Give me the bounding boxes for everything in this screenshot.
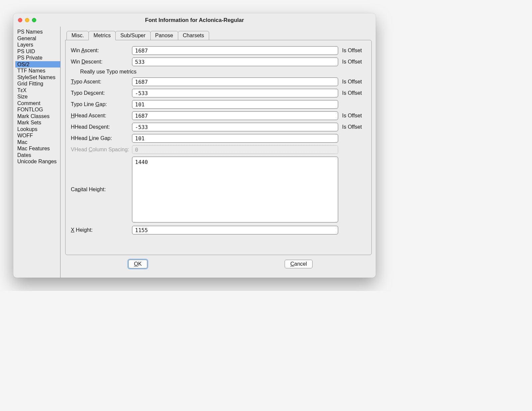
input-x-height[interactable] (132, 226, 338, 234)
sidebar-item-ttf-names[interactable]: TTF Names (15, 68, 60, 74)
minimize-icon[interactable] (25, 18, 29, 22)
window-title: Font Information for Aclonica-Regular (13, 17, 376, 23)
zoom-icon[interactable] (32, 18, 36, 22)
sidebar-item-ps-private[interactable]: PS Private (15, 55, 60, 61)
row-win-descent: Win Descent: Is Offset (71, 58, 366, 66)
sidebar-item-comment[interactable]: Comment (15, 100, 60, 107)
sidebar-item-general[interactable]: General (15, 35, 60, 42)
label-hhead-linegap: HHead Line Gap: (71, 135, 130, 141)
row-typo-descent: Typo Descent: Is Offset (71, 89, 366, 97)
sidebar-item-ps-uid[interactable]: PS UID (15, 48, 60, 55)
label-win-descent: Win Descent: (71, 59, 130, 65)
input-typo-descent[interactable] (132, 89, 338, 97)
sidebar-item-fontlog[interactable]: FONTLOG (15, 106, 60, 113)
tab-misc-[interactable]: Misc. (66, 31, 89, 40)
sidebar-item-lookups[interactable]: Lookups (15, 126, 60, 133)
input-cap-height[interactable] (132, 157, 338, 222)
row-x-height: X Height: . (71, 226, 366, 234)
content-area: Misc.MetricsSub/SuperPanoseCharsets Win … (61, 27, 376, 278)
sidebar-item-mac[interactable]: Mac (15, 139, 60, 146)
sidebar-item-layers[interactable]: Layers (15, 42, 60, 48)
row-hhead-ascent: HHead Ascent: Is Offset (71, 111, 366, 120)
suffix-hhead-ascent[interactable]: Is Offset (340, 113, 366, 119)
label-hhead-ascent: HHead Ascent: (71, 113, 130, 119)
font-info-window: Font Information for Aclonica-Regular PS… (13, 13, 376, 278)
sidebar-item-woff[interactable]: WOFF (15, 132, 60, 139)
sidebar-item-t-x[interactable]: TεX (15, 87, 60, 94)
sidebar-item-grid-fitting[interactable]: Grid Fitting (15, 80, 60, 87)
sidebar-item-ps-names[interactable]: PS Names (15, 29, 60, 35)
tab-sub-super[interactable]: Sub/Super (115, 31, 151, 40)
tab-charsets[interactable]: Charsets (178, 31, 209, 40)
label-typo-linegap: Typo Line Gap: (71, 101, 130, 107)
suffix-win-ascent[interactable]: Is Offset (340, 48, 366, 54)
row-cap-height: Capital Height: . (71, 157, 366, 222)
suffix-win-descent[interactable]: Is Offset (340, 59, 366, 65)
row-hhead-descent: HHead Descent: Is Offset (71, 123, 366, 131)
row-typo-linegap: Typo Line Gap: . (71, 100, 366, 109)
input-win-ascent[interactable] (132, 46, 338, 55)
label-cap-height: Capital Height: (71, 187, 130, 193)
label-vhead: VHead Column Spacing: (71, 147, 130, 153)
suffix-hhead-descent[interactable]: Is Offset (340, 124, 366, 130)
input-hhead-descent[interactable] (132, 123, 338, 131)
typo-note[interactable]: Really use Typo metrics (71, 69, 366, 75)
sidebar: PS NamesGeneralLayersPS UIDPS PrivateOS/… (13, 27, 61, 278)
tab-metrics[interactable]: Metrics (88, 31, 116, 40)
input-typo-linegap[interactable] (132, 100, 338, 109)
sidebar-item-mark-sets[interactable]: Mark Sets (15, 119, 60, 126)
label-win-ascent: Win Ascent: (71, 48, 130, 54)
label-typo-ascent: Typo Ascent: (71, 79, 130, 85)
sidebar-item-styleset-names[interactable]: StyleSet Names (15, 74, 60, 81)
ok-button[interactable]: OK (128, 260, 147, 268)
cancel-button[interactable]: Cancel (285, 260, 313, 268)
sidebar-item-size[interactable]: Size (15, 93, 60, 100)
traffic-lights (13, 18, 36, 22)
input-win-descent[interactable] (132, 58, 338, 66)
label-x-height: X Height: (71, 227, 130, 233)
sidebar-item-mac-features[interactable]: Mac Features (15, 145, 60, 152)
close-icon[interactable] (18, 18, 22, 22)
tabs: Misc.MetricsSub/SuperPanoseCharsets (66, 31, 209, 40)
footer: OK Cancel (65, 255, 372, 274)
row-win-ascent: Win Ascent: Is Offset (71, 46, 366, 55)
sidebar-item-mark-classes[interactable]: Mark Classes (15, 113, 60, 120)
metrics-panel: Win Ascent: Is Offset Win Descent: Is Of… (65, 40, 372, 255)
sidebar-item-os-2[interactable]: OS/2 (15, 61, 60, 68)
suffix-typo-descent[interactable]: Is Offset (340, 90, 366, 96)
suffix-typo-ascent[interactable]: Is Offset (340, 79, 366, 85)
tab-panose[interactable]: Panose (150, 31, 178, 40)
sidebar-item-unicode-ranges[interactable]: Unicode Ranges (15, 158, 60, 165)
label-hhead-descent: HHead Descent: (71, 124, 130, 130)
sidebar-item-dates[interactable]: Dates (15, 152, 60, 159)
input-vhead (132, 145, 338, 154)
label-typo-descent: Typo Descent: (71, 90, 130, 96)
input-hhead-ascent[interactable] (132, 111, 338, 120)
row-vhead: VHead Column Spacing: . (71, 145, 366, 154)
input-typo-ascent[interactable] (132, 77, 338, 86)
row-typo-ascent: Typo Ascent: Is Offset (71, 77, 366, 86)
row-hhead-linegap: HHead Line Gap: . (71, 134, 366, 143)
input-hhead-linegap[interactable] (132, 134, 338, 143)
titlebar: Font Information for Aclonica-Regular (13, 13, 376, 27)
